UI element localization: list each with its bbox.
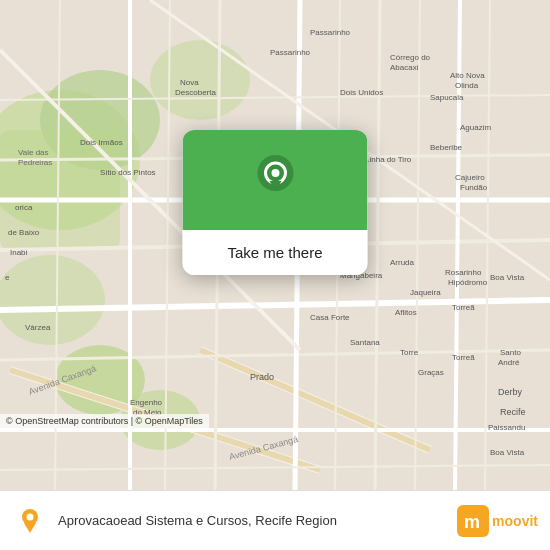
- svg-text:Santana: Santana: [350, 338, 380, 347]
- svg-text:Rosarinho: Rosarinho: [445, 268, 482, 277]
- svg-text:Pedreiras: Pedreiras: [18, 158, 52, 167]
- svg-point-4: [0, 255, 105, 345]
- popup-map-area: [183, 130, 368, 230]
- svg-text:Casa Forte: Casa Forte: [310, 313, 350, 322]
- svg-text:Torreã: Torreã: [452, 303, 475, 312]
- copyright-notice: © OpenStreetMap contributors | © OpenMap…: [0, 414, 209, 428]
- svg-text:Nova: Nova: [180, 78, 199, 87]
- svg-text:Vale das: Vale das: [18, 148, 49, 157]
- svg-text:Córrego do: Córrego do: [390, 53, 431, 62]
- svg-text:Beberibe: Beberibe: [430, 143, 463, 152]
- svg-text:Inabi: Inabi: [10, 248, 28, 257]
- svg-text:e: e: [5, 273, 10, 282]
- moovit-logo-text: moovit: [492, 513, 538, 529]
- svg-text:Abacaxi: Abacaxi: [390, 63, 419, 72]
- svg-text:Torre: Torre: [400, 348, 419, 357]
- svg-text:Sítio dos Pintos: Sítio dos Pintos: [100, 168, 156, 177]
- svg-text:Olinda: Olinda: [455, 81, 479, 90]
- svg-text:André: André: [498, 358, 520, 367]
- svg-text:Sapucaia: Sapucaia: [430, 93, 464, 102]
- svg-text:Várzea: Várzea: [25, 323, 51, 332]
- svg-text:Graças: Graças: [418, 368, 444, 377]
- svg-marker-86: [24, 523, 36, 533]
- svg-text:Jaqueira: Jaqueira: [410, 288, 441, 297]
- svg-text:Aguazim: Aguazim: [460, 123, 491, 132]
- svg-text:Descoberta: Descoberta: [175, 88, 216, 97]
- map-container[interactable]: Avenida Caxangá Avenida Caxangá Vale das…: [0, 0, 550, 490]
- svg-text:orica: orica: [15, 203, 33, 212]
- svg-point-84: [271, 169, 279, 177]
- footer: Aprovacaoead Sistema e Cursos, Recife Re…: [0, 490, 550, 550]
- svg-text:Derby: Derby: [498, 387, 523, 397]
- svg-text:Arruda: Arruda: [390, 258, 415, 267]
- svg-text:de Baixo: de Baixo: [8, 228, 40, 237]
- svg-text:Alto Nova: Alto Nova: [450, 71, 485, 80]
- svg-text:Dois Unidos: Dois Unidos: [340, 88, 383, 97]
- moovit-logo-icon: m: [457, 505, 489, 537]
- svg-text:Recife: Recife: [500, 407, 526, 417]
- svg-text:Passarinho: Passarinho: [270, 48, 311, 57]
- svg-text:Paissandu: Paissandu: [488, 423, 525, 432]
- svg-text:Boa Vista: Boa Vista: [490, 273, 525, 282]
- svg-text:Linha do Tiro: Linha do Tiro: [365, 155, 412, 164]
- svg-point-87: [27, 513, 34, 520]
- svg-text:Aflitos: Aflitos: [395, 308, 417, 317]
- svg-text:Dois Irmãos: Dois Irmãos: [80, 138, 123, 147]
- svg-text:Engenho: Engenho: [130, 398, 163, 407]
- take-me-there-button[interactable]: Take me there: [183, 230, 368, 275]
- svg-point-3: [150, 40, 250, 120]
- svg-text:Boa Vista: Boa Vista: [490, 448, 525, 457]
- svg-text:Hipódromo: Hipódromo: [448, 278, 488, 287]
- popup-card: Take me there: [183, 130, 368, 275]
- footer-location-icon: [12, 503, 48, 539]
- svg-text:Fundão: Fundão: [460, 183, 488, 192]
- svg-text:Cajueiro: Cajueiro: [455, 173, 485, 182]
- svg-text:Prado: Prado: [250, 372, 274, 382]
- moovit-logo: m moovit: [457, 505, 538, 537]
- svg-text:Passarinho: Passarinho: [310, 28, 351, 37]
- svg-text:m: m: [464, 512, 480, 532]
- location-pin: [255, 155, 295, 205]
- svg-text:Santo: Santo: [500, 348, 521, 357]
- footer-location-text: Aprovacaoead Sistema e Cursos, Recife Re…: [58, 513, 447, 528]
- svg-text:Torreã: Torreã: [452, 353, 475, 362]
